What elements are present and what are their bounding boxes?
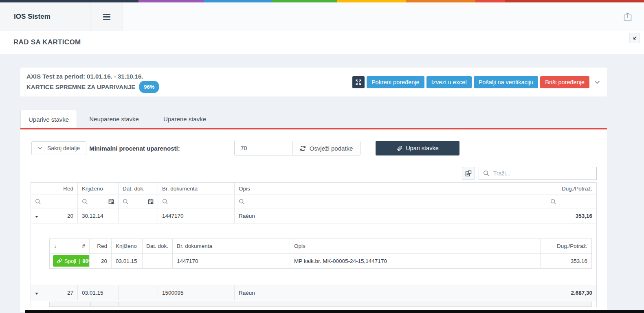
cell-red: 20 <box>67 213 73 219</box>
filter-opis[interactable] <box>235 195 546 208</box>
search-icon <box>483 170 490 177</box>
min-percent-input[interactable] <box>234 141 292 155</box>
cell-opis: Raèun <box>235 285 546 300</box>
summary-collapse-button[interactable] <box>591 80 603 85</box>
table-row[interactable]: 27 03.01.15 1500095 Raèun 2.687,30 <box>31 285 596 300</box>
column-header-br-dokumenta[interactable]: Br. dokumenta <box>173 239 290 253</box>
link-icon <box>57 258 62 263</box>
ready-percent-badge: 96% <box>139 81 159 93</box>
column-header-br-dokumenta[interactable]: Br. dokumenta <box>158 183 235 195</box>
cell-br-dokumenta: 1447170 <box>158 208 235 223</box>
match-items-button[interactable]: Upari stavke <box>376 141 459 155</box>
cell-opis: MP kalk.br. MK-00005-24-15,1447170 <box>290 254 541 268</box>
detail-row[interactable]: Spoji | 80% 20 03.01.15 1447170 MP kalk.… <box>50 254 591 268</box>
column-header-dat-dok[interactable]: Dat. dok. <box>143 239 173 253</box>
grid-search <box>479 167 597 180</box>
merge-percent: 80% <box>82 258 90 264</box>
chevron-down-icon <box>594 80 600 85</box>
app-header: IOS Sistem <box>0 2 644 31</box>
export-window-button[interactable] <box>622 11 633 22</box>
hide-details-button[interactable]: Sakrij detalje <box>31 141 86 155</box>
table-row[interactable]: 20 30.12.14 1447170 Raèun 353,16 <box>31 208 596 223</box>
refresh-data-button[interactable]: Osvježi podatke <box>292 141 361 155</box>
match-items-label: Upari stavke <box>406 145 439 151</box>
table-header-row: Red Knjiženo Dat. dok. Br. dokumenta Opi… <box>31 183 596 195</box>
cell-iznos: 353,16 <box>546 208 596 223</box>
column-header-knjizeno[interactable]: Knjiženo <box>78 183 119 195</box>
calendar-icon[interactable] <box>148 199 154 204</box>
hide-details-label: Sakrij detalje <box>47 145 80 151</box>
column-header-iznos[interactable]: Dug./Potraž. <box>546 183 596 195</box>
sort-down-icon[interactable]: ↓ <box>54 243 57 250</box>
cell-red: 20 <box>90 254 112 268</box>
row-expand-icon[interactable] <box>35 290 38 296</box>
fullscreen-button[interactable] <box>352 76 365 88</box>
cell-opis: Raèun <box>235 208 546 223</box>
run-comparison-button[interactable]: Pokreni poređenje <box>367 76 424 88</box>
merge-label: Spoji <box>64 258 76 264</box>
delete-comparison-button[interactable]: Briši poređenje <box>540 76 589 88</box>
brand-title: IOS Sistem <box>0 2 90 31</box>
merge-button[interactable]: Spoji | 80% <box>53 255 90 267</box>
column-chooser-button[interactable] <box>462 167 475 180</box>
comparison-summary-card: AXIS Test za period: 01.01.16. - 31.10.1… <box>20 68 607 96</box>
page-title-bar: RAD SA KARTICOM <box>0 31 644 54</box>
column-header-dat-dok[interactable]: Dat. dok. <box>119 183 158 195</box>
row-expand-icon[interactable] <box>35 213 38 219</box>
tab-uparene-stavke[interactable]: Uparene stavke <box>151 110 218 128</box>
table-filter-row <box>31 195 596 208</box>
chevron-down-icon <box>38 147 42 150</box>
arrow-down-left-icon <box>633 36 637 40</box>
collapse-panel-button[interactable] <box>629 33 640 43</box>
tab-neuparene-stavke[interactable]: Neuparene stavke <box>77 110 151 128</box>
page-title: RAD SA KARTICOM <box>13 38 81 46</box>
cell-knjizeno: 03.01.15 <box>78 285 119 300</box>
tab-bar: Uparive stavke Neuparene stavke Uparene … <box>20 110 607 128</box>
cell-dat-dok <box>119 285 158 300</box>
items-table: Red Knjiženo Dat. dok. Br. dokumenta Opi… <box>31 182 597 307</box>
summary-cards-ready: KARTICE SPREMNE ZA UPARIVANJE <box>26 82 135 92</box>
search-icon <box>239 199 245 205</box>
merge-separator: | <box>79 258 80 264</box>
column-header-opis[interactable]: Opis <box>235 183 546 195</box>
tab-uparive-stavke[interactable]: Uparive stavke <box>20 110 77 128</box>
search-input[interactable] <box>493 170 592 177</box>
column-header-iznos[interactable]: Dug./Potraž. <box>541 239 591 253</box>
fullscreen-arrows-icon <box>356 79 361 85</box>
cell-iznos: 2.687,30 <box>546 285 596 300</box>
filter-iznos[interactable] <box>546 195 596 208</box>
search-icon <box>82 199 88 205</box>
window-bottom-edge <box>25 310 644 313</box>
search-icon <box>550 199 556 205</box>
cell-knjizeno: 30.12.14 <box>78 208 119 223</box>
search-icon <box>35 199 41 205</box>
hamburger-icon <box>103 14 110 20</box>
upload-box-icon <box>622 11 633 22</box>
row-detail-panel <box>31 300 596 307</box>
cell-br-dokumenta: 1500095 <box>158 285 235 300</box>
search-icon <box>162 199 168 205</box>
refresh-icon <box>300 145 306 151</box>
column-header-hash[interactable]: # <box>82 243 85 249</box>
column-chooser-icon <box>465 170 472 177</box>
filter-br-dokumenta[interactable] <box>158 195 235 208</box>
export-excel-button[interactable]: Izvezi u excel <box>426 76 472 88</box>
send-verification-button[interactable]: Pošalji na verifikaciju <box>474 76 538 88</box>
calendar-icon[interactable] <box>108 199 114 204</box>
column-header-red[interactable]: Red <box>31 183 78 195</box>
column-header-red[interactable]: Red <box>90 239 112 253</box>
min-percent-label: Minimalni procenat uparenosti: <box>89 145 180 152</box>
cell-red: 27 <box>67 290 73 296</box>
refresh-label: Osvježi podatke <box>310 145 353 152</box>
column-header-knjizeno[interactable]: Knjiženo <box>112 239 143 253</box>
header-spacer <box>123 2 622 31</box>
filter-dat-dok[interactable] <box>119 195 158 208</box>
match-candidates-table: ↓ # Red Knjiženo Dat. dok. Br. dokumenta… <box>49 239 592 269</box>
filter-red[interactable] <box>31 195 78 208</box>
summary-text-block: AXIS Test za period: 01.01.16. - 31.10.1… <box>26 72 159 93</box>
column-header-opis[interactable]: Opis <box>290 239 541 253</box>
app-window: IOS Sistem RAD SA KARTICOM <box>0 0 644 313</box>
filter-knjizeno[interactable] <box>78 195 119 208</box>
detail-header-row: ↓ # Red Knjiženo Dat. dok. Br. dokumenta… <box>50 239 591 254</box>
menu-button[interactable] <box>90 2 123 31</box>
